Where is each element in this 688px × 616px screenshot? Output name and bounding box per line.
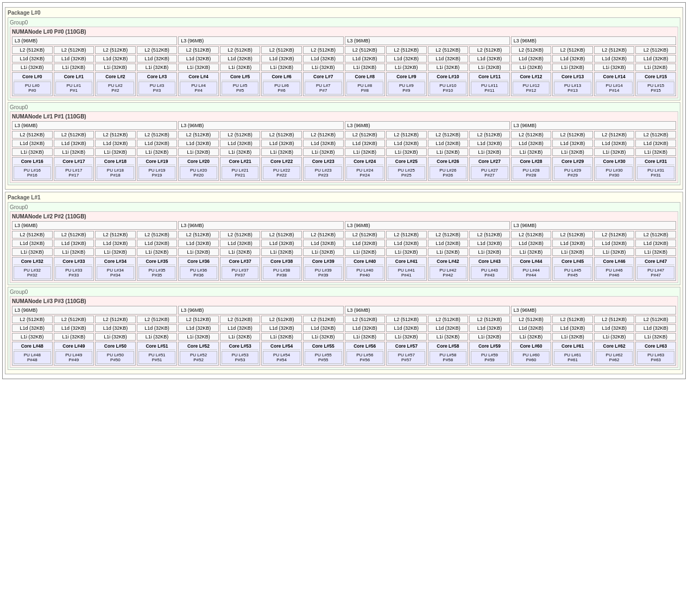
l1d-cell: L1d (32KB) bbox=[511, 324, 552, 332]
l1i-cell: L1i (32KB) bbox=[469, 64, 510, 71]
pu-box: PU L#46 P#46 bbox=[596, 266, 633, 279]
core-box: Core L#0PU L#0 P#0 bbox=[12, 72, 53, 96]
core-label: Core L#20 bbox=[180, 159, 217, 165]
l2-cell: L2 (512KB) bbox=[303, 316, 344, 323]
l3-cell: L3 (96MB) bbox=[178, 221, 343, 230]
pu-box: PU L#39 P#39 bbox=[305, 266, 342, 279]
l2-cell: L2 (512KB) bbox=[137, 231, 178, 238]
core-label: Core L#21 bbox=[222, 159, 259, 165]
core-label: Core L#14 bbox=[596, 74, 633, 80]
l3-cell: L3 (96MB) bbox=[345, 121, 510, 130]
pu-box: PU L#36 P#36 bbox=[180, 266, 217, 279]
l2-cell: L2 (512KB) bbox=[137, 46, 178, 54]
l1i-cell: L1i (32KB) bbox=[428, 248, 469, 256]
l2-cell: L2 (512KB) bbox=[594, 231, 635, 238]
pu-box: PU L#43 P#43 bbox=[471, 266, 508, 279]
l1d-cell: L1d (32KB) bbox=[178, 140, 219, 147]
core-box: Core L#59PU L#59 P#59 bbox=[469, 342, 510, 366]
l1d-cell: L1d (32KB) bbox=[345, 55, 386, 62]
l1d-cell: L1d (32KB) bbox=[511, 240, 552, 247]
l1d-cell: L1d (32KB) bbox=[95, 324, 136, 332]
l1d-cell: L1d (32KB) bbox=[428, 240, 469, 247]
core-box: Core L#40PU L#40 P#40 bbox=[345, 257, 386, 281]
l1i-cell: L1i (32KB) bbox=[178, 333, 219, 341]
packages-container: Package L#0Group0NUMANode L#0 P#0 (110GB… bbox=[5, 7, 683, 374]
core-label: Core L#54 bbox=[263, 343, 300, 350]
l3-row: L3 (96MB)L3 (96MB)L3 (96MB)L3 (96MB) bbox=[12, 36, 676, 45]
l1i-cell: L1i (32KB) bbox=[303, 64, 344, 71]
l3-cell: L3 (96MB) bbox=[12, 121, 177, 130]
core-label: Core L#11 bbox=[471, 74, 508, 80]
l2-cell: L2 (512KB) bbox=[303, 131, 344, 139]
core-row: Core L#32PU L#32 P#32Core L#33PU L#33 P#… bbox=[12, 257, 676, 281]
core-box: Core L#16PU L#16 P#16 bbox=[12, 157, 53, 181]
core-label: Core L#56 bbox=[346, 343, 384, 350]
l1d-row: L1d (32KB)L1d (32KB)L1d (32KB)L1d (32KB)… bbox=[12, 140, 676, 147]
l1d-cell: L1d (32KB) bbox=[635, 140, 676, 147]
group-box: Group0NUMANode L#1 P#1 (110GB)L3 (96MB)L… bbox=[8, 102, 680, 185]
core-box: Core L#5PU L#5 P#5 bbox=[220, 72, 261, 96]
core-label: Core L#32 bbox=[14, 259, 51, 265]
core-box: Core L#55PU L#55 P#55 bbox=[303, 342, 344, 366]
l1d-cell: L1d (32KB) bbox=[511, 55, 552, 62]
core-box: Core L#42PU L#42 P#42 bbox=[428, 257, 469, 281]
core-label: Core L#18 bbox=[97, 159, 134, 165]
core-box: Core L#4PU L#4 P#4 bbox=[178, 72, 219, 96]
l1d-row: L1d (32KB)L1d (32KB)L1d (32KB)L1d (32KB)… bbox=[12, 324, 676, 332]
core-box: Core L#11PU L#11 P#11 bbox=[469, 72, 510, 96]
l2-row: L2 (512KB)L2 (512KB)L2 (512KB)L2 (512KB)… bbox=[12, 46, 676, 54]
l2-cell: L2 (512KB) bbox=[594, 316, 635, 323]
l1d-cell: L1d (32KB) bbox=[12, 55, 53, 62]
pu-box: PU L#41 P#41 bbox=[388, 266, 425, 279]
l2-cell: L2 (512KB) bbox=[552, 231, 593, 238]
numa-node: NUMANode L#0 P#0 (110GB)L3 (96MB)L3 (96M… bbox=[10, 27, 678, 98]
l2-cell: L2 (512KB) bbox=[178, 131, 219, 139]
group-box: Group0NUMANode L#2 P#2 (110GB)L3 (96MB)L… bbox=[8, 202, 680, 285]
pu-box: PU L#45 P#45 bbox=[554, 266, 591, 279]
core-label: Core L#48 bbox=[14, 343, 51, 350]
l1i-cell: L1i (32KB) bbox=[137, 333, 178, 341]
core-label: Core L#12 bbox=[513, 74, 550, 80]
l2-cell: L2 (512KB) bbox=[635, 46, 676, 54]
l1i-cell: L1i (32KB) bbox=[12, 248, 53, 256]
l2-cell: L2 (512KB) bbox=[12, 231, 53, 238]
l2-cell: L2 (512KB) bbox=[178, 46, 219, 54]
l2-cell: L2 (512KB) bbox=[95, 316, 136, 323]
core-box: Core L#7PU L#7 P#7 bbox=[303, 72, 344, 96]
pu-box: PU L#8 P#8 bbox=[346, 81, 384, 95]
l1d-cell: L1d (32KB) bbox=[635, 55, 676, 62]
l1i-cell: L1i (32KB) bbox=[137, 248, 178, 256]
core-box: Core L#31PU L#31 P#31 bbox=[635, 157, 676, 181]
l1i-cell: L1i (32KB) bbox=[178, 148, 219, 156]
l1d-cell: L1d (32KB) bbox=[12, 140, 53, 147]
pu-box: PU L#48 P#48 bbox=[14, 351, 51, 364]
l1d-cell: L1d (32KB) bbox=[552, 140, 593, 147]
l1i-cell: L1i (32KB) bbox=[95, 333, 136, 341]
l1d-cell: L1d (32KB) bbox=[428, 140, 469, 147]
l1d-cell: L1d (32KB) bbox=[54, 324, 94, 332]
pu-box: PU L#63 P#63 bbox=[637, 351, 674, 364]
l1d-cell: L1d (32KB) bbox=[594, 324, 635, 332]
core-box: Core L#13PU L#13 P#13 bbox=[552, 72, 593, 96]
l1d-cell: L1d (32KB) bbox=[261, 55, 302, 62]
pu-box: PU L#14 P#14 bbox=[596, 81, 633, 95]
l1d-cell: L1d (32KB) bbox=[261, 140, 302, 147]
l3-cell: L3 (96MB) bbox=[511, 221, 676, 230]
l1d-cell: L1d (32KB) bbox=[386, 140, 427, 147]
package-title: Package L#0 bbox=[8, 10, 680, 16]
pu-box: PU L#4 P#4 bbox=[180, 81, 217, 95]
pu-box: PU L#50 P#50 bbox=[97, 351, 134, 364]
l1i-cell: L1i (32KB) bbox=[54, 248, 94, 256]
l3-cell: L3 (96MB) bbox=[345, 36, 510, 45]
l1i-cell: L1i (32KB) bbox=[303, 248, 344, 256]
pu-box: PU L#32 P#32 bbox=[14, 266, 51, 279]
core-box: Core L#54PU L#54 P#54 bbox=[261, 342, 302, 366]
l2-cell: L2 (512KB) bbox=[469, 131, 510, 139]
core-label: Core L#5 bbox=[222, 74, 259, 80]
core-label: Core L#40 bbox=[346, 259, 384, 265]
l1i-cell: L1i (32KB) bbox=[12, 148, 53, 156]
l1i-cell: L1i (32KB) bbox=[386, 248, 427, 256]
core-label: Core L#0 bbox=[14, 74, 51, 80]
machine-box: Package L#0Group0NUMANode L#0 P#0 (110GB… bbox=[2, 2, 686, 379]
l3-cell: L3 (96MB) bbox=[511, 36, 676, 45]
